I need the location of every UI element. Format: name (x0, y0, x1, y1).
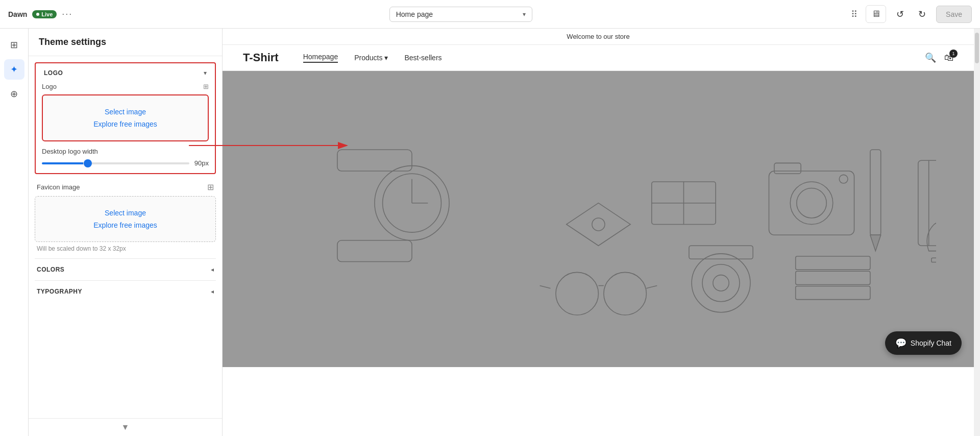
page-selector-text: Home page (396, 10, 433, 18)
top-bar-left: Dawn Live ··· (8, 9, 72, 19)
page-selector[interactable]: Home page ▾ (389, 7, 532, 22)
more-options-button[interactable]: ··· (62, 9, 72, 19)
logo-label-text: Logo (42, 83, 57, 90)
page-selector-chevron-icon: ▾ (523, 11, 526, 18)
svg-rect-15 (870, 150, 880, 235)
redo-button[interactable]: ↻ (914, 7, 930, 22)
top-bar: Dawn Live ··· Home page ▾ ⠿ 🖥 ↺ ↻ Save (0, 0, 980, 29)
svg-marker-16 (870, 235, 880, 251)
favicon-select-image-link[interactable]: Select image (105, 209, 146, 217)
typography-section-header[interactable]: TYPOGRAPHY ◂ (35, 281, 216, 302)
svg-point-23 (603, 272, 646, 315)
logo-select-image-link[interactable]: Select image (105, 108, 146, 116)
customize-button[interactable]: ✦ (4, 59, 24, 80)
scroll-down-button[interactable]: ▼ (29, 418, 222, 436)
nav-right: 🔍 🛍 1 (925, 52, 953, 63)
settings-content: LOGO ▾ Logo ⊞ Select image Explore free … (29, 56, 222, 418)
live-label: Live (41, 11, 53, 17)
colors-section: COLORS ◂ (35, 258, 216, 280)
live-badge: Live (32, 10, 57, 18)
logo-section-label: LOGO (44, 69, 63, 77)
logo-width-slider-row: 90px (42, 159, 209, 167)
typography-label: TYPOGRAPHY (37, 288, 82, 295)
top-bar-center: Home page ▾ (79, 7, 843, 22)
logo-section: LOGO ▾ Logo ⊞ Select image Explore free … (35, 62, 216, 174)
svg-rect-33 (795, 286, 870, 300)
main-layout: ⊞ ✦ ⊕ Theme settings LOGO ▾ Logo ⊞ (0, 29, 980, 436)
svg-point-14 (839, 175, 848, 183)
svg-point-27 (692, 254, 750, 312)
logo-section-body: Logo ⊞ Select image Explore free images … (36, 83, 215, 173)
store-logo: T-Shirt (243, 51, 279, 64)
preview-scroll[interactable]: Welcome to our store T-Shirt Homepage Pr… (223, 29, 974, 436)
svg-rect-32 (795, 271, 870, 284)
hero-image: 💬 Shopify Chat (223, 71, 974, 367)
colors-section-header[interactable]: COLORS ◂ (35, 259, 216, 280)
icon-sidebar: ⊞ ✦ ⊕ (0, 29, 29, 436)
typography-chevron-icon: ◂ (211, 288, 214, 295)
nav-link-products[interactable]: Products ▾ (354, 54, 388, 62)
logo-width-slider-section: Desktop logo width 90px (42, 148, 209, 167)
chat-icon: 💬 (895, 337, 906, 349)
svg-rect-5 (337, 240, 411, 262)
search-icon[interactable]: 🔍 (925, 52, 936, 63)
nav-link-homepage[interactable]: Homepage (303, 53, 338, 63)
logo-section-header[interactable]: LOGO ▾ (36, 63, 215, 83)
logo-upload-box[interactable]: Select image Explore free images (42, 94, 209, 141)
settings-title: Theme settings (39, 37, 212, 47)
colors-label: COLORS (37, 266, 64, 273)
svg-line-24 (540, 286, 550, 288)
svg-rect-31 (795, 256, 870, 270)
svg-point-29 (713, 275, 728, 291)
scrollbar-thumb[interactable] (975, 33, 979, 63)
logo-chevron-icon: ▾ (204, 69, 207, 77)
favicon-note: Will be scaled down to 32 x 32px (35, 245, 216, 252)
preview-scrollbar[interactable] (974, 29, 980, 436)
favicon-label: Favicon image (37, 183, 80, 191)
sections-button[interactable]: ⊞ (4, 35, 24, 55)
logo-width-slider[interactable] (42, 162, 189, 164)
live-dot (36, 13, 39, 16)
svg-point-12 (796, 188, 826, 217)
favicon-upload-box[interactable]: Select image Explore free images (35, 196, 216, 242)
svg-point-6 (592, 218, 604, 231)
svg-line-26 (646, 286, 657, 288)
cart-badge: 1 (949, 50, 958, 58)
top-bar-actions: ⠿ 🖥 ↺ ↻ Save (849, 5, 972, 23)
typography-section: TYPOGRAPHY ◂ (35, 280, 216, 302)
favicon-explore-images-link[interactable]: Explore free images (93, 221, 157, 229)
logo-explore-images-link[interactable]: Explore free images (93, 120, 157, 128)
add-section-button[interactable]: ⊕ (4, 84, 24, 104)
logo-subsection-label: Logo ⊞ (42, 83, 209, 90)
favicon-section: Favicon image ⊞ Select image Explore fre… (35, 180, 216, 252)
announcement-bar: Welcome to our store (223, 29, 974, 45)
grid-view-button[interactable]: ⠿ (849, 7, 860, 22)
settings-header: Theme settings (29, 29, 222, 56)
chat-label: Shopify Chat (911, 339, 951, 347)
logo-stack-icon: ⊞ (203, 83, 209, 90)
desktop-device-button[interactable]: 🖥 (866, 5, 886, 23)
save-button[interactable]: Save (936, 6, 972, 23)
svg-rect-17 (918, 160, 936, 246)
settings-panel: Theme settings LOGO ▾ Logo ⊞ Select imag… (29, 29, 223, 436)
logo-width-value: 90px (194, 159, 209, 167)
products-arrow-icon: ▾ (384, 54, 388, 62)
store-preview: Welcome to our store T-Shirt Homepage Pr… (223, 29, 974, 436)
svg-rect-13 (774, 163, 801, 174)
svg-point-28 (702, 264, 740, 302)
favicon-stack-icon: ⊞ (207, 182, 214, 192)
preview-wrapper: Welcome to our store T-Shirt Homepage Pr… (223, 29, 980, 436)
theme-name: Dawn (8, 10, 27, 18)
undo-button[interactable]: ↺ (892, 7, 908, 22)
preview-pane: Welcome to our store T-Shirt Homepage Pr… (223, 29, 974, 436)
chat-widget[interactable]: 💬 Shopify Chat (885, 331, 962, 355)
logo-width-label: Desktop logo width (42, 148, 209, 155)
nav-link-bestsellers[interactable]: Best-sellers (404, 54, 442, 62)
svg-point-22 (555, 272, 598, 315)
products-label: Products (354, 54, 382, 62)
hero-illustration (223, 71, 974, 367)
announcement-text: Welcome to our store (567, 33, 629, 40)
store-nav: T-Shirt Homepage Products ▾ Best-sellers… (223, 45, 974, 71)
svg-rect-10 (769, 171, 854, 235)
cart-icon[interactable]: 🛍 1 (944, 53, 953, 63)
